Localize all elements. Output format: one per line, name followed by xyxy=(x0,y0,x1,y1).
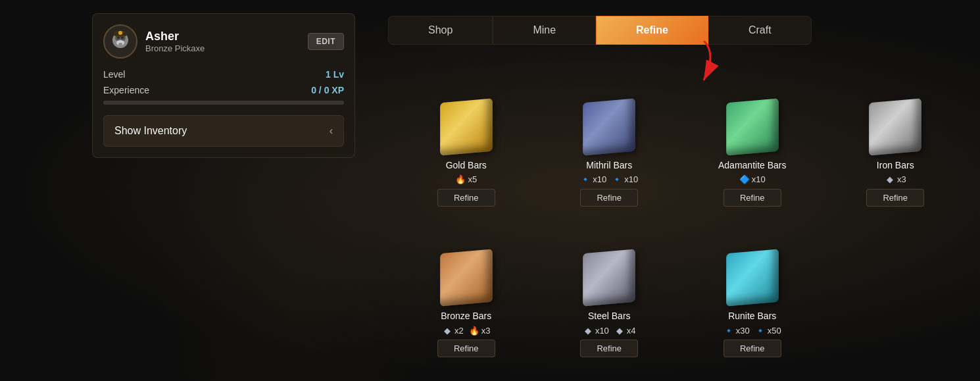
gold-ingredient-1: 🔥 x5 xyxy=(455,174,477,185)
chevron-icon: ‹ xyxy=(330,125,333,137)
bronze-bars-name: Bronze Bars xyxy=(441,311,491,321)
steel-ore-icon-2: ◆ xyxy=(614,325,625,336)
steel-ingredient-1: ◆ x10 xyxy=(583,325,609,336)
item-mithril-bars: Mithril Bars 🔹 x10 🔹 x10 Refine xyxy=(538,66,681,217)
experience-value: 0 / 0 XP xyxy=(311,85,344,95)
iron-ingredient-1: ◆ x3 xyxy=(885,174,906,185)
tab-mine[interactable]: Mine xyxy=(493,16,596,45)
adamantite-bars-refine-button[interactable]: Refine xyxy=(723,189,781,207)
fire-ore-icon: 🔥 xyxy=(455,174,466,185)
xp-bar-container xyxy=(103,101,344,105)
mithril-ingredient-2: 🔹 x10 xyxy=(612,174,638,185)
adamantite-bars-name: Adamantite Bars xyxy=(718,160,787,170)
level-value: 1 Lv xyxy=(326,69,344,80)
item-iron-bars: Iron Bars ◆ x3 Refine xyxy=(824,66,968,217)
adamantite-bars-icon xyxy=(726,98,779,155)
player-info: Asher Bronze Pickaxe xyxy=(145,30,300,53)
nav-tabs: Shop Mine Refine Craft xyxy=(388,16,980,45)
steel-bars-icon xyxy=(583,249,635,306)
runite-bars-ingredients: 🔹 x30 🔹 x50 xyxy=(723,325,781,336)
green-ore-icon: 🔷 xyxy=(739,174,750,185)
runite-ingredient-1: 🔹 x30 xyxy=(723,325,750,336)
bronze-bars-ingredients: ◆ x2 🔥 x3 xyxy=(442,325,490,336)
gem-ore-icon-2: 🔹 xyxy=(612,174,622,185)
iron-bars-ingredients: ◆ x3 xyxy=(885,174,906,185)
gold-bars-icon xyxy=(440,98,493,155)
mithril-bars-name: Mithril Bars xyxy=(586,160,632,170)
tab-craft[interactable]: Craft xyxy=(708,16,812,45)
player-panel: Asher Bronze Pickaxe EDIT Level 1 Lv Exp… xyxy=(92,13,355,158)
iron-bars-refine-button[interactable]: Refine xyxy=(866,189,924,207)
item-bronze-bars: Bronze Bars ◆ x2 🔥 x3 Refine xyxy=(395,217,538,368)
tab-shop[interactable]: Shop xyxy=(388,16,493,45)
adamantite-ingredient-1: 🔷 x10 xyxy=(739,174,766,185)
bronze-bars-icon xyxy=(440,249,493,306)
svg-point-9 xyxy=(118,31,122,35)
runite-bars-refine-button[interactable]: Refine xyxy=(723,340,781,357)
mithril-ingredient-1: 🔹 x10 xyxy=(580,174,606,185)
mithril-bars-ingredients: 🔹 x10 🔹 x10 xyxy=(580,174,638,185)
bronze-ore-icon-1: ◆ xyxy=(442,325,453,336)
runite-ingredient-2: 🔹 x50 xyxy=(755,325,781,336)
gold-bars-refine-button[interactable]: Refine xyxy=(437,189,495,207)
runite-bars-icon xyxy=(726,249,779,306)
iron-bars-name: Iron Bars xyxy=(877,160,914,170)
steel-bars-name: Steel Bars xyxy=(588,311,631,321)
level-row: Level 1 Lv xyxy=(103,69,344,80)
bronze-ingredient-1: ◆ x2 xyxy=(442,325,464,336)
iron-bars-icon xyxy=(869,98,921,155)
steel-ore-icon-1: ◆ xyxy=(583,325,593,336)
item-adamantite-bars: Adamantite Bars 🔷 x10 Refine xyxy=(681,66,824,217)
gold-bars-name: Gold Bars xyxy=(446,160,487,170)
gem-ore-icon-1: 🔹 xyxy=(580,174,591,185)
level-label: Level xyxy=(103,69,125,80)
runite-ore-icon-2: 🔹 xyxy=(755,325,766,336)
show-inventory-button[interactable]: Show Inventory ‹ xyxy=(103,115,344,147)
steel-bars-ingredients: ◆ x10 ◆ x4 xyxy=(583,325,636,336)
adamantite-bars-ingredients: 🔷 x10 xyxy=(739,174,766,185)
item-steel-bars: Steel Bars ◆ x10 ◆ x4 Refine xyxy=(538,217,681,368)
avatar xyxy=(103,24,137,59)
mithril-bars-refine-button[interactable]: Refine xyxy=(580,189,638,207)
player-header: Asher Bronze Pickaxe EDIT xyxy=(103,24,344,59)
show-inventory-label: Show Inventory xyxy=(114,125,187,137)
item-gold-bars: Gold Bars 🔥 x5 Refine xyxy=(395,66,538,217)
runite-ore-icon-1: 🔹 xyxy=(723,325,734,336)
experience-label: Experience xyxy=(103,85,149,95)
silver-ore-icon: ◆ xyxy=(885,174,895,185)
items-grid: Gold Bars 🔥 x5 Refine Mithril Bars 🔹 x10… xyxy=(388,59,973,374)
bronze-ore-icon-2: 🔥 xyxy=(469,325,479,336)
item-runite-bars: Runite Bars 🔹 x30 🔹 x50 Refine xyxy=(681,217,824,368)
player-name: Asher xyxy=(145,30,300,43)
svg-point-6 xyxy=(118,43,122,45)
gold-bars-ingredients: 🔥 x5 xyxy=(455,174,477,185)
steel-bars-refine-button[interactable]: Refine xyxy=(580,340,638,357)
player-subtitle: Bronze Pickaxe xyxy=(145,43,300,53)
bronze-bars-refine-button[interactable]: Refine xyxy=(437,340,495,357)
tab-refine[interactable]: Refine xyxy=(596,16,708,45)
empty-slot xyxy=(824,217,968,368)
steel-ingredient-2: ◆ x4 xyxy=(614,325,636,336)
bronze-ingredient-2: 🔥 x3 xyxy=(469,325,491,336)
experience-row: Experience 0 / 0 XP xyxy=(103,85,344,95)
runite-bars-name: Runite Bars xyxy=(728,311,776,321)
edit-button[interactable]: EDIT xyxy=(308,33,344,50)
mithril-bars-icon xyxy=(583,98,635,155)
